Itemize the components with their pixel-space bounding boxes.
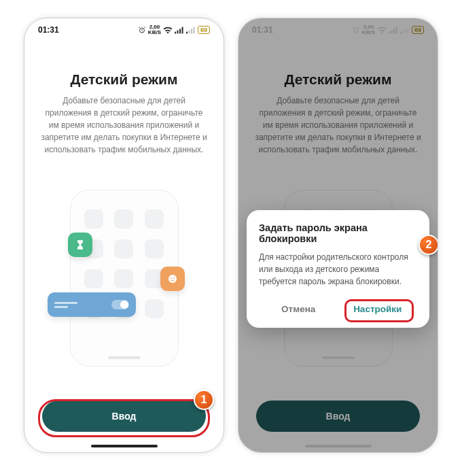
battery-indicator: 69 <box>412 26 424 34</box>
signal-icon <box>175 27 184 34</box>
dialog-title: Задать пароль экрана блокировки <box>259 222 417 244</box>
svg-rect-2 <box>177 30 178 33</box>
svg-rect-18 <box>402 30 404 33</box>
alarm-icon <box>352 26 360 34</box>
svg-rect-4 <box>181 27 183 33</box>
svg-rect-7 <box>191 29 192 33</box>
home-indicator <box>305 445 372 447</box>
kids-mode-illustration <box>24 156 224 401</box>
dialog-cancel-button[interactable]: Отмена <box>259 297 338 321</box>
signal-icon <box>389 27 398 34</box>
svg-rect-8 <box>193 27 194 33</box>
svg-point-11 <box>173 277 175 279</box>
svg-rect-3 <box>179 29 181 33</box>
svg-rect-5 <box>186 31 188 33</box>
svg-rect-17 <box>400 31 402 33</box>
network-speed: 2,00KB/S <box>362 24 375 35</box>
network-speed: 2,00KB/S <box>148 24 161 35</box>
svg-rect-6 <box>188 30 190 33</box>
status-time: 01:31 <box>252 25 273 35</box>
signal-icon-2 <box>400 27 410 34</box>
dialog-body: Для настройки родительского контроля или… <box>259 251 417 288</box>
svg-rect-15 <box>393 29 395 33</box>
svg-rect-13 <box>389 31 390 33</box>
svg-point-10 <box>170 277 171 279</box>
hourglass-icon <box>68 233 92 257</box>
svg-rect-1 <box>175 31 176 33</box>
annotation-badge-1: 1 <box>194 390 214 410</box>
screenshot-step-2: 01:31 2,00KB/S 69 Детский режим Добавьте… <box>238 18 438 453</box>
page-description: Добавьте безопасные для детей приложения… <box>238 88 438 156</box>
lock-password-dialog: Задать пароль экрана блокировки Для наст… <box>247 210 429 328</box>
enter-button[interactable]: Ввод <box>256 401 420 432</box>
status-time: 01:31 <box>38 25 59 35</box>
child-face-icon <box>160 267 185 291</box>
svg-rect-16 <box>395 27 397 33</box>
home-indicator <box>91 445 158 447</box>
signal-icon-2 <box>186 27 196 34</box>
svg-rect-19 <box>405 29 406 33</box>
enter-button[interactable]: Ввод <box>42 401 206 432</box>
wifi-icon <box>377 27 387 34</box>
toggle-card-icon <box>48 292 136 317</box>
alarm-icon <box>138 26 146 34</box>
annotation-badge-2: 2 <box>419 235 438 255</box>
page-title: Детский режим <box>238 71 438 88</box>
status-right: 2,00KB/S 69 <box>352 24 424 35</box>
svg-point-12 <box>353 28 358 33</box>
status-bar: 01:31 2,00KB/S 69 <box>24 18 224 41</box>
status-right: 2,00KB/S 69 <box>138 24 210 35</box>
battery-indicator: 69 <box>198 26 210 34</box>
page-title: Детский режим <box>24 71 224 88</box>
status-bar: 01:31 2,00KB/S 69 <box>238 18 438 41</box>
page-description: Добавьте безопасные для детей приложения… <box>24 88 224 156</box>
svg-rect-14 <box>391 30 392 33</box>
screenshot-step-1: 01:31 2,00KB/S 69 Детский режим Добавьте… <box>24 18 224 453</box>
svg-point-9 <box>168 275 177 283</box>
wifi-icon <box>163 27 173 34</box>
svg-rect-20 <box>407 27 408 33</box>
dialog-settings-button[interactable]: Настройки <box>338 297 418 321</box>
